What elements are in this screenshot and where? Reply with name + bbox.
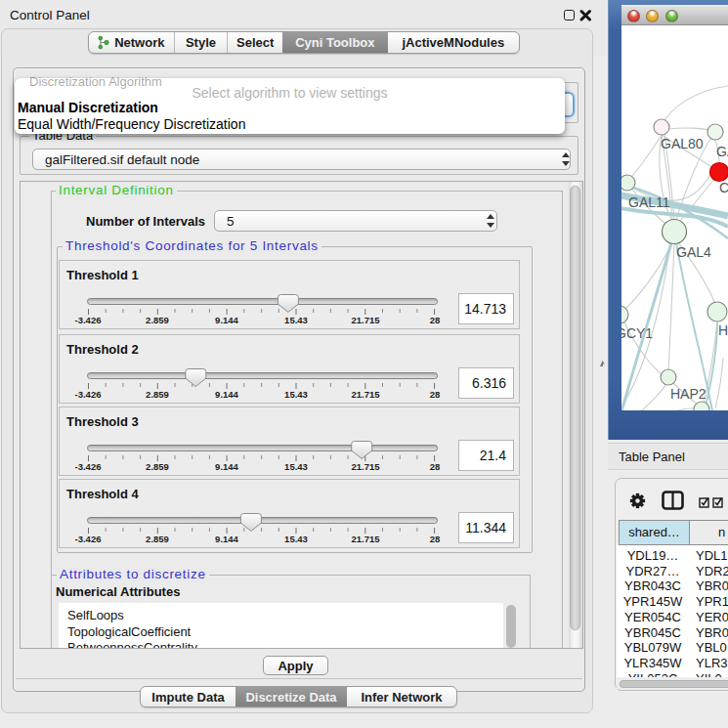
svg-text:H: H — [718, 322, 728, 338]
svg-text:HAP2: HAP2 — [670, 386, 707, 402]
svg-text:C: C — [719, 180, 728, 195]
svg-text:GA: GA — [716, 144, 728, 159]
svg-text:GCY1: GCY1 — [621, 325, 653, 341]
svg-text:GAL80: GAL80 — [661, 136, 704, 151]
svg-text:GAL4: GAL4 — [676, 244, 711, 260]
svg-text:GAL11: GAL11 — [628, 194, 670, 210]
